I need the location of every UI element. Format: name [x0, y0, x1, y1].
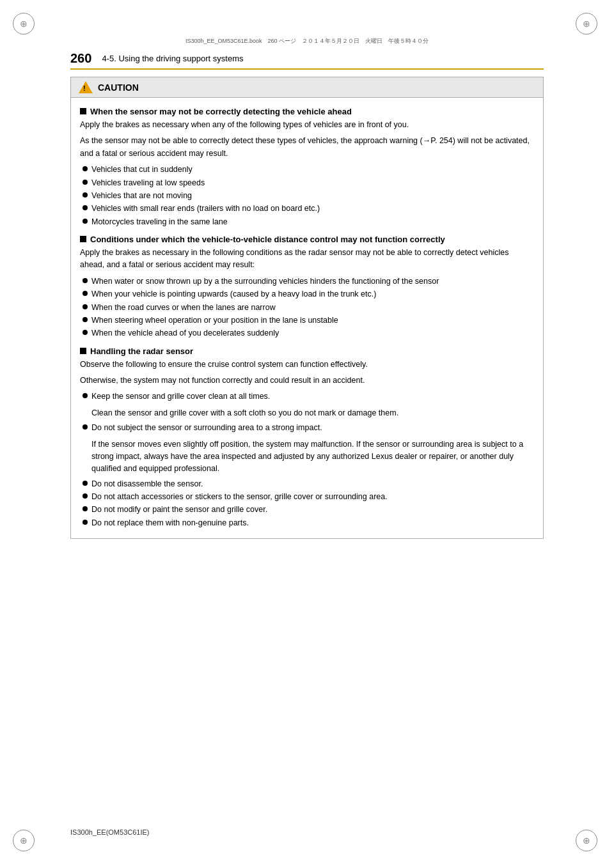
- bullet-item: When your vehicle is pointing upwards (c…: [83, 288, 534, 300]
- bullet-item: Keep the sensor and grille cover clean a…: [83, 391, 534, 421]
- bullet-item: When the vehicle ahead of you decelerate…: [83, 327, 534, 339]
- bullet-dot: [83, 291, 88, 296]
- bullet-dot: [83, 166, 88, 171]
- section2-sq-icon: [80, 236, 86, 242]
- bullet-text: When the vehicle ahead of you decelerate…: [91, 327, 279, 339]
- section1-sq-icon: [80, 108, 86, 114]
- bullet-dot: [83, 317, 88, 322]
- bullet-item: Do not disassemble the sensor.: [83, 478, 534, 490]
- bullet-dot: [83, 506, 88, 511]
- caution-box: CAUTION When the sensor may not be corre…: [70, 77, 544, 539]
- caution-icon: [79, 81, 93, 93]
- bullet-subtext: If the sensor moves even slightly off po…: [91, 438, 534, 476]
- bullet-item: Vehicles that are not moving: [83, 190, 534, 202]
- bullet-item: When steering wheel operation or your po…: [83, 314, 534, 327]
- corner-bl: ⊕: [13, 830, 38, 855]
- bullet-dot: [83, 219, 88, 224]
- meta-text: IS300h_EE_OM53C61E.book 260 ページ ２０１４年５月２…: [185, 38, 429, 44]
- corner-tl: ⊕: [13, 13, 38, 38]
- page-header: 260 4-5. Using the driving support syste…: [70, 51, 544, 70]
- bullet-item: When water or snow thrown up by a the su…: [83, 275, 534, 288]
- bullet-item: Do not replace them with non-genuine par…: [83, 517, 534, 529]
- bullet-item: Vehicles with small rear ends (trailers …: [83, 203, 534, 215]
- bullet-text: Vehicles with small rear ends (trailers …: [91, 203, 320, 215]
- section1-intro1: Apply the brakes as necessary when any o…: [80, 119, 534, 131]
- section1-title-text: When the sensor may not be correctly det…: [90, 107, 352, 116]
- bullet-item: Vehicles that cut in suddenly: [83, 164, 534, 176]
- section3-bullets: Keep the sensor and grille cover clean a…: [83, 391, 534, 529]
- bullet-text: Do not disassemble the sensor.: [91, 478, 203, 490]
- bullet-text: Vehicles traveling at low speeds: [91, 177, 205, 189]
- bullet-dot: [83, 278, 88, 283]
- section3-title: Handling the radar sensor: [80, 346, 534, 356]
- page-footer: IS300h_EE(OM53C61IE): [70, 828, 544, 836]
- section3-intro2: Otherwise, the system may not function c…: [80, 375, 534, 387]
- bullet-subtext: Clean the sensor and grille cover with a…: [91, 407, 398, 419]
- bullet-dot: [83, 481, 88, 486]
- bullet-text: Vehicles that cut in suddenly: [91, 164, 193, 176]
- bullet-dot: [83, 330, 88, 335]
- main-content: CAUTION When the sensor may not be corre…: [70, 70, 544, 791]
- page-container: ⊕ ⊕ ⊕ ⊕ IS300h_EE_OM53C61E.book 260 ページ …: [0, 0, 614, 868]
- bullet-text: Do not modify or paint the sensor and gr…: [91, 504, 267, 516]
- reg-mark-bl: ⊕: [13, 830, 35, 851]
- section3-sq-icon: [80, 348, 86, 354]
- reg-mark-br: ⊕: [576, 830, 597, 851]
- section1-title: When the sensor may not be correctly det…: [80, 107, 534, 116]
- bullet-text: Do not subject the sensor or surrounding…: [91, 422, 322, 434]
- bullet-item: Motorcycles traveling in the same lane: [83, 216, 534, 228]
- bullet-text: Do not attach accessories or stickers to…: [91, 491, 388, 503]
- reg-mark-tl: ⊕: [13, 13, 35, 35]
- bullet-dot: [83, 393, 88, 398]
- section2-title: Conditions under which the vehicle-to-ve…: [80, 235, 534, 244]
- section2-intro: Apply the brakes as necessary in the fol…: [80, 247, 534, 272]
- bullet-dot: [83, 520, 88, 525]
- section2-bullets: When water or snow thrown up by a the su…: [83, 275, 534, 340]
- bullet-dot: [83, 180, 88, 185]
- caution-header: CAUTION: [71, 77, 543, 98]
- caution-title: CAUTION: [98, 82, 139, 93]
- bullet-item: Vehicles traveling at low speeds: [83, 177, 534, 189]
- reg-mark-tr: ⊕: [576, 13, 597, 35]
- section3-title-text: Handling the radar sensor: [90, 346, 193, 356]
- section2-title-text: Conditions under which the vehicle-to-ve…: [90, 235, 445, 244]
- section-title: 4-5. Using the driving support systems: [102, 54, 243, 63]
- bullet-dot: [83, 424, 88, 430]
- section3-intro1: Observe the following to ensure the crui…: [80, 359, 534, 371]
- bullet-text: Vehicles that are not moving: [91, 190, 192, 202]
- bullet-dot: [83, 493, 88, 499]
- meta-line: IS300h_EE_OM53C61E.book 260 ページ ２０１４年５月２…: [70, 37, 544, 45]
- bullet-item: Do not modify or paint the sensor and gr…: [83, 504, 534, 516]
- bullet-text: Motorcycles traveling in the same lane: [91, 216, 228, 228]
- bullet-item: When the road curves or when the lanes a…: [83, 302, 534, 314]
- bullet-text: Do not replace them with non-genuine par…: [91, 517, 249, 529]
- section1-intro2: As the sensor may not be able to correct…: [80, 135, 534, 160]
- bullet-dot: [83, 304, 88, 309]
- bullet-dot: [83, 192, 88, 198]
- bullet-text: Keep the sensor and grille cover clean a…: [91, 391, 270, 403]
- bullet-text: When the road curves or when the lanes a…: [91, 302, 276, 314]
- bullet-text: When water or snow thrown up by a the su…: [91, 275, 439, 288]
- corner-br: ⊕: [576, 830, 601, 855]
- caution-body: When the sensor may not be correctly det…: [71, 98, 543, 538]
- corner-tr: ⊕: [576, 13, 601, 38]
- bullet-item: Do not attach accessories or stickers to…: [83, 491, 534, 503]
- footer-doc-id: IS300h_EE(OM53C61IE): [70, 828, 150, 836]
- bullet-text: When steering wheel operation or your po…: [91, 314, 338, 327]
- page-number: 260: [70, 51, 91, 66]
- bullet-item: Do not subject the sensor or surrounding…: [83, 422, 534, 477]
- bullet-dot: [83, 205, 88, 210]
- bullet-text: When your vehicle is pointing upwards (c…: [91, 288, 376, 300]
- section1-bullets: Vehicles that cut in suddenly Vehicles t…: [83, 164, 534, 228]
